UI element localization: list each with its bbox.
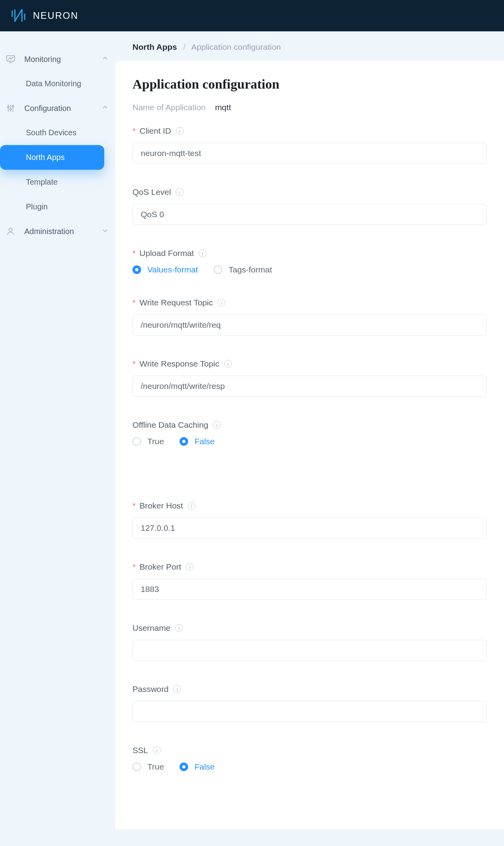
- username-input[interactable]: [132, 640, 487, 661]
- field-broker-port: * Broker Port i: [132, 562, 487, 600]
- breadcrumb-sep: /: [183, 42, 185, 51]
- breadcrumb: North Apps / Application configuration: [115, 31, 504, 61]
- user-icon: [5, 226, 16, 236]
- radio-icon: [179, 437, 188, 446]
- chevron-down-icon: [102, 227, 108, 235]
- field-qos: QoS Level i QoS 0: [132, 187, 487, 225]
- radio-offline-false[interactable]: False: [179, 437, 214, 446]
- app-name-row: Name of Application mqtt: [132, 103, 487, 112]
- chevron-up-icon: [102, 55, 108, 63]
- monitor-icon: [5, 54, 16, 64]
- sidebar-item-plugin[interactable]: Plugin: [0, 194, 115, 219]
- radio-offline-true[interactable]: True: [132, 437, 164, 446]
- info-icon[interactable]: i: [153, 746, 161, 754]
- password-input[interactable]: [132, 701, 487, 722]
- sidebar-item-template[interactable]: Template: [0, 170, 115, 194]
- radio-tags-format[interactable]: Tags-format: [214, 265, 272, 274]
- info-icon[interactable]: i: [218, 299, 225, 307]
- field-write-req: * Write Request Topic i: [132, 298, 487, 336]
- app-header: NEURON: [0, 0, 504, 31]
- field-client-id: * Client ID i: [132, 126, 487, 164]
- sidebar-label: Monitoring: [24, 55, 102, 64]
- field-write-resp: * Write Response Topic i: [132, 359, 487, 397]
- page-title: Application configuration: [132, 77, 487, 92]
- sidebar: Monitoring Data Monitoring Configuration: [0, 31, 115, 846]
- info-icon[interactable]: i: [188, 502, 196, 510]
- field-offline-cache: Offline Data Caching i True False: [132, 420, 487, 446]
- qos-select[interactable]: QoS 0: [132, 204, 487, 225]
- info-icon[interactable]: i: [186, 563, 194, 571]
- write-req-input[interactable]: [132, 314, 487, 336]
- write-resp-input[interactable]: [132, 376, 487, 397]
- info-icon[interactable]: i: [176, 127, 184, 135]
- neuron-logo-icon: [11, 9, 27, 22]
- svg-point-13: [9, 228, 12, 231]
- svg-point-12: [12, 105, 14, 107]
- sidebar-section-administration[interactable]: Administration: [0, 219, 115, 243]
- field-ssl: SSL i True False: [132, 746, 487, 772]
- radio-icon: [132, 762, 141, 771]
- sidebar-item-south-devices[interactable]: South Devices: [0, 120, 115, 145]
- broker-port-input[interactable]: [132, 579, 487, 600]
- radio-ssl-true[interactable]: True: [132, 762, 164, 772]
- info-icon[interactable]: i: [176, 188, 183, 196]
- breadcrumb-current: Application configuration: [191, 42, 281, 51]
- svg-line-2: [15, 9, 22, 21]
- sidebar-label: Administration: [24, 227, 102, 236]
- field-broker-host: * Broker Host i: [132, 501, 487, 539]
- client-id-input[interactable]: [132, 143, 487, 164]
- field-password: Password i: [132, 684, 487, 722]
- radio-values-format[interactable]: Values-format: [132, 265, 198, 274]
- svg-point-10: [10, 109, 11, 110]
- sidebar-item-north-apps[interactable]: North Apps: [0, 145, 104, 170]
- config-panel: Application configuration Name of Applic…: [115, 61, 504, 830]
- field-username: Username i: [132, 623, 487, 661]
- info-icon[interactable]: i: [175, 624, 183, 632]
- broker-host-input[interactable]: [132, 517, 487, 539]
- chevron-up-icon: [102, 104, 108, 112]
- info-icon[interactable]: i: [213, 421, 221, 429]
- sidebar-item-data-monitoring[interactable]: Data Monitoring: [0, 71, 115, 96]
- radio-icon: [132, 265, 141, 274]
- radio-icon: [214, 265, 222, 274]
- breadcrumb-root[interactable]: North Apps: [132, 42, 177, 51]
- field-upload-format: * Upload Format i Values-format Tags-for…: [132, 249, 487, 274]
- main-content: North Apps / Application configuration A…: [115, 31, 504, 846]
- sidebar-section-configuration[interactable]: Configuration: [0, 96, 115, 120]
- brand-logo: NEURON: [11, 9, 78, 22]
- info-icon[interactable]: i: [224, 360, 232, 368]
- radio-icon: [132, 437, 141, 446]
- sidebar-section-monitoring[interactable]: Monitoring: [0, 47, 115, 71]
- info-icon[interactable]: i: [199, 249, 207, 257]
- sidebar-label: Configuration: [24, 104, 102, 113]
- radio-icon: [179, 762, 188, 771]
- app-name-value: mqtt: [215, 103, 231, 112]
- brand-name: NEURON: [33, 10, 78, 21]
- sliders-icon: [5, 103, 16, 113]
- info-icon[interactable]: i: [173, 685, 181, 693]
- app-name-label: Name of Application: [132, 103, 206, 112]
- svg-point-8: [7, 106, 9, 108]
- radio-ssl-false[interactable]: False: [179, 762, 214, 772]
